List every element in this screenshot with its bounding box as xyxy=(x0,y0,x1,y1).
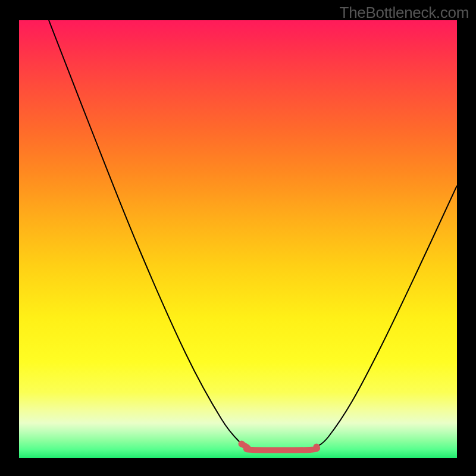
highlight-start-dot xyxy=(239,441,245,447)
watermark-text: TheBottleneck.com xyxy=(340,4,469,22)
chart-svg xyxy=(19,20,457,458)
highlight-end-dot xyxy=(314,444,320,450)
bottleneck-curve xyxy=(49,20,457,450)
highlight-segment xyxy=(242,444,317,450)
plot-area xyxy=(19,20,457,458)
